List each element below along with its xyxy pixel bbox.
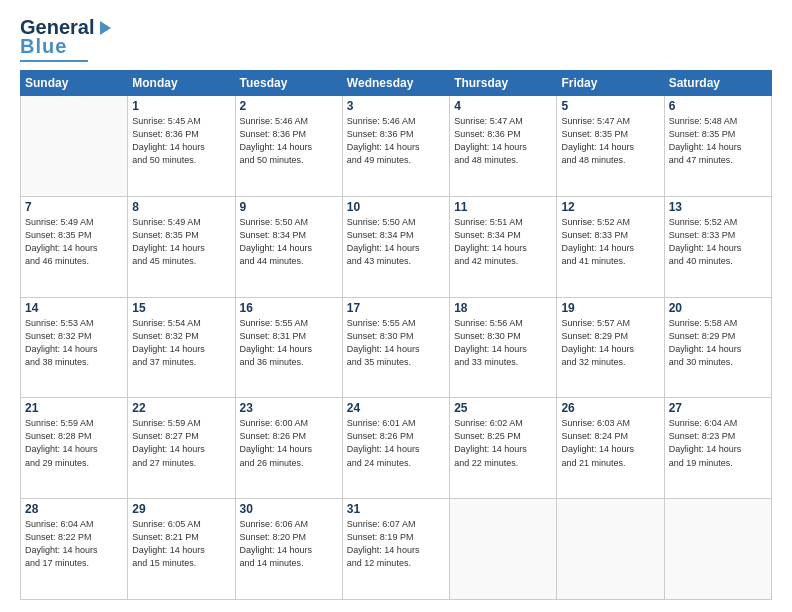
- table-row: [21, 96, 128, 197]
- day-info: Sunrise: 5:45 AMSunset: 8:36 PMDaylight:…: [132, 115, 230, 167]
- page: General Blue Sunday Monday Tuesday Wedne…: [0, 0, 792, 612]
- table-row: 18Sunrise: 5:56 AMSunset: 8:30 PMDayligh…: [450, 297, 557, 398]
- day-number: 4: [454, 99, 552, 113]
- calendar-week-row: 28Sunrise: 6:04 AMSunset: 8:22 PMDayligh…: [21, 499, 772, 600]
- table-row: 15Sunrise: 5:54 AMSunset: 8:32 PMDayligh…: [128, 297, 235, 398]
- table-row: 17Sunrise: 5:55 AMSunset: 8:30 PMDayligh…: [342, 297, 449, 398]
- col-thursday: Thursday: [450, 71, 557, 96]
- day-info: Sunrise: 6:01 AMSunset: 8:26 PMDaylight:…: [347, 417, 445, 469]
- day-info: Sunrise: 5:51 AMSunset: 8:34 PMDaylight:…: [454, 216, 552, 268]
- table-row: [664, 499, 771, 600]
- table-row: 27Sunrise: 6:04 AMSunset: 8:23 PMDayligh…: [664, 398, 771, 499]
- day-info: Sunrise: 6:04 AMSunset: 8:22 PMDaylight:…: [25, 518, 123, 570]
- day-number: 9: [240, 200, 338, 214]
- day-info: Sunrise: 5:47 AMSunset: 8:36 PMDaylight:…: [454, 115, 552, 167]
- table-row: 31Sunrise: 6:07 AMSunset: 8:19 PMDayligh…: [342, 499, 449, 600]
- table-row: 1Sunrise: 5:45 AMSunset: 8:36 PMDaylight…: [128, 96, 235, 197]
- table-row: 9Sunrise: 5:50 AMSunset: 8:34 PMDaylight…: [235, 196, 342, 297]
- day-number: 27: [669, 401, 767, 415]
- day-number: 8: [132, 200, 230, 214]
- col-saturday: Saturday: [664, 71, 771, 96]
- day-info: Sunrise: 6:03 AMSunset: 8:24 PMDaylight:…: [561, 417, 659, 469]
- day-info: Sunrise: 5:52 AMSunset: 8:33 PMDaylight:…: [669, 216, 767, 268]
- table-row: 4Sunrise: 5:47 AMSunset: 8:36 PMDaylight…: [450, 96, 557, 197]
- day-number: 29: [132, 502, 230, 516]
- day-number: 22: [132, 401, 230, 415]
- day-number: 25: [454, 401, 552, 415]
- day-number: 3: [347, 99, 445, 113]
- day-number: 30: [240, 502, 338, 516]
- table-row: 3Sunrise: 5:46 AMSunset: 8:36 PMDaylight…: [342, 96, 449, 197]
- table-row: 20Sunrise: 5:58 AMSunset: 8:29 PMDayligh…: [664, 297, 771, 398]
- logo-underline: [20, 60, 88, 62]
- table-row: 2Sunrise: 5:46 AMSunset: 8:36 PMDaylight…: [235, 96, 342, 197]
- day-info: Sunrise: 6:07 AMSunset: 8:19 PMDaylight:…: [347, 518, 445, 570]
- day-info: Sunrise: 5:56 AMSunset: 8:30 PMDaylight:…: [454, 317, 552, 369]
- day-number: 19: [561, 301, 659, 315]
- day-info: Sunrise: 5:52 AMSunset: 8:33 PMDaylight:…: [561, 216, 659, 268]
- col-sunday: Sunday: [21, 71, 128, 96]
- table-row: 14Sunrise: 5:53 AMSunset: 8:32 PMDayligh…: [21, 297, 128, 398]
- calendar-week-row: 1Sunrise: 5:45 AMSunset: 8:36 PMDaylight…: [21, 96, 772, 197]
- day-number: 6: [669, 99, 767, 113]
- day-info: Sunrise: 5:53 AMSunset: 8:32 PMDaylight:…: [25, 317, 123, 369]
- day-number: 17: [347, 301, 445, 315]
- day-number: 2: [240, 99, 338, 113]
- table-row: 24Sunrise: 6:01 AMSunset: 8:26 PMDayligh…: [342, 398, 449, 499]
- table-row: 30Sunrise: 6:06 AMSunset: 8:20 PMDayligh…: [235, 499, 342, 600]
- day-number: 14: [25, 301, 123, 315]
- table-row: 21Sunrise: 5:59 AMSunset: 8:28 PMDayligh…: [21, 398, 128, 499]
- day-info: Sunrise: 5:49 AMSunset: 8:35 PMDaylight:…: [132, 216, 230, 268]
- calendar-header-row: Sunday Monday Tuesday Wednesday Thursday…: [21, 71, 772, 96]
- col-wednesday: Wednesday: [342, 71, 449, 96]
- calendar-week-row: 7Sunrise: 5:49 AMSunset: 8:35 PMDaylight…: [21, 196, 772, 297]
- header: General Blue: [20, 16, 772, 62]
- table-row: 6Sunrise: 5:48 AMSunset: 8:35 PMDaylight…: [664, 96, 771, 197]
- logo: General Blue: [20, 16, 113, 62]
- col-tuesday: Tuesday: [235, 71, 342, 96]
- table-row: 16Sunrise: 5:55 AMSunset: 8:31 PMDayligh…: [235, 297, 342, 398]
- day-info: Sunrise: 6:02 AMSunset: 8:25 PMDaylight:…: [454, 417, 552, 469]
- logo-blue: Blue: [20, 35, 67, 58]
- table-row: 10Sunrise: 5:50 AMSunset: 8:34 PMDayligh…: [342, 196, 449, 297]
- day-number: 23: [240, 401, 338, 415]
- calendar-week-row: 14Sunrise: 5:53 AMSunset: 8:32 PMDayligh…: [21, 297, 772, 398]
- table-row: 5Sunrise: 5:47 AMSunset: 8:35 PMDaylight…: [557, 96, 664, 197]
- day-info: Sunrise: 5:46 AMSunset: 8:36 PMDaylight:…: [240, 115, 338, 167]
- day-info: Sunrise: 5:46 AMSunset: 8:36 PMDaylight:…: [347, 115, 445, 167]
- day-number: 16: [240, 301, 338, 315]
- day-info: Sunrise: 5:48 AMSunset: 8:35 PMDaylight:…: [669, 115, 767, 167]
- day-number: 24: [347, 401, 445, 415]
- day-number: 28: [25, 502, 123, 516]
- day-number: 5: [561, 99, 659, 113]
- svg-marker-0: [100, 21, 111, 35]
- day-info: Sunrise: 5:58 AMSunset: 8:29 PMDaylight:…: [669, 317, 767, 369]
- table-row: 25Sunrise: 6:02 AMSunset: 8:25 PMDayligh…: [450, 398, 557, 499]
- day-number: 20: [669, 301, 767, 315]
- day-number: 1: [132, 99, 230, 113]
- table-row: 12Sunrise: 5:52 AMSunset: 8:33 PMDayligh…: [557, 196, 664, 297]
- table-row: [450, 499, 557, 600]
- day-info: Sunrise: 5:55 AMSunset: 8:31 PMDaylight:…: [240, 317, 338, 369]
- day-info: Sunrise: 5:49 AMSunset: 8:35 PMDaylight:…: [25, 216, 123, 268]
- table-row: 8Sunrise: 5:49 AMSunset: 8:35 PMDaylight…: [128, 196, 235, 297]
- day-number: 7: [25, 200, 123, 214]
- day-info: Sunrise: 6:00 AMSunset: 8:26 PMDaylight:…: [240, 417, 338, 469]
- day-number: 26: [561, 401, 659, 415]
- day-number: 31: [347, 502, 445, 516]
- table-row: 26Sunrise: 6:03 AMSunset: 8:24 PMDayligh…: [557, 398, 664, 499]
- table-row: [557, 499, 664, 600]
- table-row: 11Sunrise: 5:51 AMSunset: 8:34 PMDayligh…: [450, 196, 557, 297]
- day-info: Sunrise: 5:54 AMSunset: 8:32 PMDaylight:…: [132, 317, 230, 369]
- day-number: 18: [454, 301, 552, 315]
- table-row: 23Sunrise: 6:00 AMSunset: 8:26 PMDayligh…: [235, 398, 342, 499]
- table-row: 28Sunrise: 6:04 AMSunset: 8:22 PMDayligh…: [21, 499, 128, 600]
- table-row: 19Sunrise: 5:57 AMSunset: 8:29 PMDayligh…: [557, 297, 664, 398]
- logo-triangle-icon: [95, 19, 113, 37]
- table-row: 22Sunrise: 5:59 AMSunset: 8:27 PMDayligh…: [128, 398, 235, 499]
- day-number: 15: [132, 301, 230, 315]
- day-info: Sunrise: 5:59 AMSunset: 8:28 PMDaylight:…: [25, 417, 123, 469]
- day-info: Sunrise: 5:59 AMSunset: 8:27 PMDaylight:…: [132, 417, 230, 469]
- day-info: Sunrise: 5:57 AMSunset: 8:29 PMDaylight:…: [561, 317, 659, 369]
- day-info: Sunrise: 6:04 AMSunset: 8:23 PMDaylight:…: [669, 417, 767, 469]
